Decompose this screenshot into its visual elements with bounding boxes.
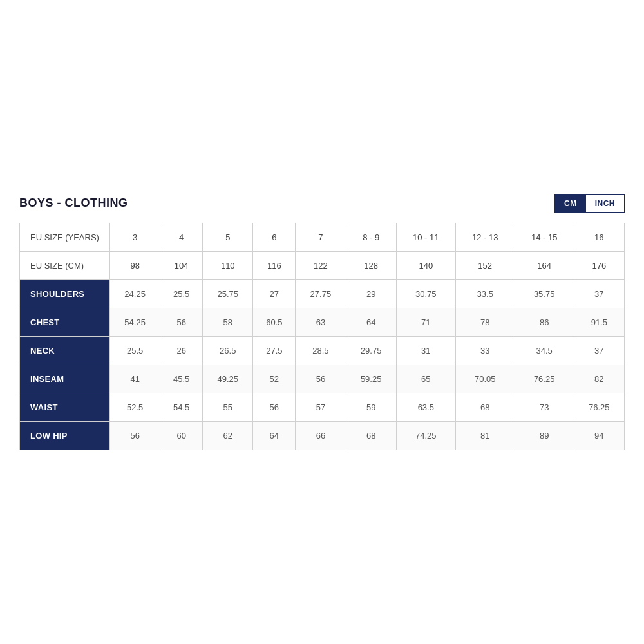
- data-cell: 68: [346, 421, 396, 450]
- data-cell: 59: [346, 393, 396, 421]
- table-row: WAIST52.554.55556575963.5687376.25: [20, 393, 625, 421]
- col-header-c4: 4: [160, 223, 203, 251]
- data-cell: 62: [203, 421, 253, 450]
- data-cell: 26.5: [203, 336, 253, 365]
- data-cell: 25.5: [110, 336, 160, 365]
- data-cell: 64: [253, 421, 296, 450]
- data-cell: 26: [160, 336, 203, 365]
- data-cell: 76.25: [515, 365, 574, 393]
- data-cell: 71: [396, 308, 455, 336]
- data-cell: 89: [515, 421, 574, 450]
- data-cell: 122: [296, 251, 346, 279]
- data-cell: 56: [253, 393, 296, 421]
- data-cell: 91.5: [574, 308, 624, 336]
- data-cell: 33: [455, 336, 515, 365]
- data-cell: 78: [455, 308, 515, 336]
- table-row: SHOULDERS24.2525.525.752727.752930.7533.…: [20, 279, 625, 308]
- header-row: BOYS - CLOTHING CM INCH: [19, 194, 625, 213]
- data-cell: 110: [203, 251, 253, 279]
- col-header-label: EU SIZE (YEARS): [20, 223, 110, 251]
- data-cell: 56: [296, 365, 346, 393]
- data-cell: 140: [396, 251, 455, 279]
- data-cell: 176: [574, 251, 624, 279]
- data-cell: 63.5: [396, 393, 455, 421]
- data-cell: 25.75: [203, 279, 253, 308]
- row-label: NECK: [20, 336, 110, 365]
- table-row: CHEST54.25565860.5636471788691.5: [20, 308, 625, 336]
- data-cell: 128: [346, 251, 396, 279]
- table-body: EU SIZE (CM)9810411011612212814015216417…: [20, 251, 625, 450]
- inch-button[interactable]: INCH: [586, 195, 624, 212]
- data-cell: 58: [203, 308, 253, 336]
- data-cell: 54.25: [110, 308, 160, 336]
- col-header-c8_9: 8 - 9: [346, 223, 396, 251]
- data-cell: 27.75: [296, 279, 346, 308]
- row-label: EU SIZE (CM): [20, 251, 110, 279]
- data-cell: 24.25: [110, 279, 160, 308]
- col-header-c6: 6: [253, 223, 296, 251]
- data-cell: 65: [396, 365, 455, 393]
- data-cell: 41: [110, 365, 160, 393]
- data-cell: 64: [346, 308, 396, 336]
- col-header-c14_15: 14 - 15: [515, 223, 574, 251]
- col-header-c5: 5: [203, 223, 253, 251]
- data-cell: 57: [296, 393, 346, 421]
- data-cell: 27: [253, 279, 296, 308]
- data-cell: 25.5: [160, 279, 203, 308]
- data-cell: 74.25: [396, 421, 455, 450]
- col-header-c16: 16: [574, 223, 624, 251]
- data-cell: 56: [110, 421, 160, 450]
- data-cell: 52: [253, 365, 296, 393]
- row-label: CHEST: [20, 308, 110, 336]
- row-label: SHOULDERS: [20, 279, 110, 308]
- data-cell: 73: [515, 393, 574, 421]
- data-cell: 29.75: [346, 336, 396, 365]
- row-label: WAIST: [20, 393, 110, 421]
- data-cell: 66: [296, 421, 346, 450]
- data-cell: 27.5: [253, 336, 296, 365]
- data-cell: 98: [110, 251, 160, 279]
- data-cell: 29: [346, 279, 396, 308]
- table-row: EU SIZE (CM)9810411011612212814015216417…: [20, 251, 625, 279]
- data-cell: 56: [160, 308, 203, 336]
- column-header-row: EU SIZE (YEARS)345678 - 910 - 1112 - 131…: [20, 223, 625, 251]
- data-cell: 33.5: [455, 279, 515, 308]
- data-cell: 37: [574, 279, 624, 308]
- data-cell: 81: [455, 421, 515, 450]
- col-header-c7: 7: [296, 223, 346, 251]
- data-cell: 35.75: [515, 279, 574, 308]
- unit-toggle: CM INCH: [554, 194, 625, 213]
- table-row: INSEAM4145.549.25525659.256570.0576.2582: [20, 365, 625, 393]
- col-header-c10_11: 10 - 11: [396, 223, 455, 251]
- data-cell: 37: [574, 336, 624, 365]
- page-title: BOYS - CLOTHING: [19, 196, 128, 210]
- data-cell: 63: [296, 308, 346, 336]
- data-cell: 60: [160, 421, 203, 450]
- data-cell: 60.5: [253, 308, 296, 336]
- data-cell: 31: [396, 336, 455, 365]
- data-cell: 55: [203, 393, 253, 421]
- table-row: NECK25.52626.527.528.529.75313334.537: [20, 336, 625, 365]
- data-cell: 86: [515, 308, 574, 336]
- data-cell: 164: [515, 251, 574, 279]
- data-cell: 76.25: [574, 393, 624, 421]
- table-row: LOW HIP56606264666874.25818994: [20, 421, 625, 450]
- data-cell: 116: [253, 251, 296, 279]
- col-header-c12_13: 12 - 13: [455, 223, 515, 251]
- col-header-c3: 3: [110, 223, 160, 251]
- cm-button[interactable]: CM: [555, 195, 586, 212]
- data-cell: 82: [574, 365, 624, 393]
- data-cell: 70.05: [455, 365, 515, 393]
- data-cell: 34.5: [515, 336, 574, 365]
- data-cell: 59.25: [346, 365, 396, 393]
- page-wrapper: BOYS - CLOTHING CM INCH EU SIZE (YEARS)3…: [0, 0, 644, 644]
- container: BOYS - CLOTHING CM INCH EU SIZE (YEARS)3…: [19, 182, 625, 463]
- data-cell: 104: [160, 251, 203, 279]
- data-cell: 45.5: [160, 365, 203, 393]
- data-cell: 52.5: [110, 393, 160, 421]
- data-cell: 28.5: [296, 336, 346, 365]
- size-chart-table: EU SIZE (YEARS)345678 - 910 - 1112 - 131…: [19, 223, 625, 450]
- data-cell: 54.5: [160, 393, 203, 421]
- data-cell: 94: [574, 421, 624, 450]
- data-cell: 152: [455, 251, 515, 279]
